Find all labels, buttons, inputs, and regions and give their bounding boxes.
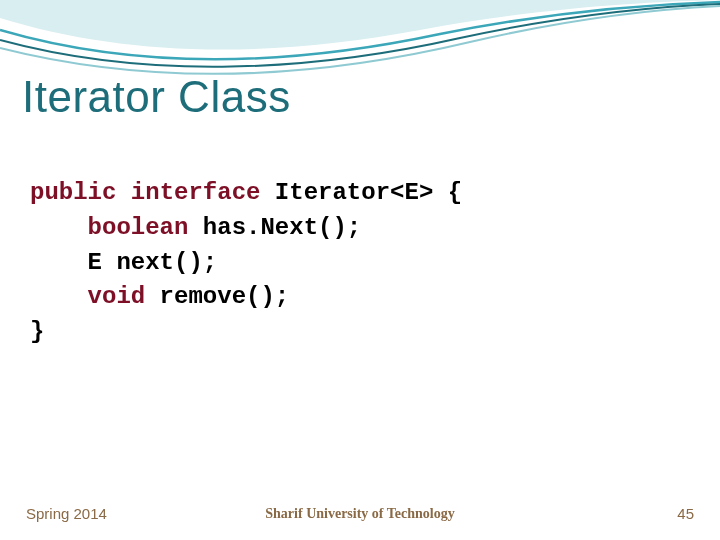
footer-date: Spring 2014 <box>26 505 107 522</box>
keyword-interface: interface <box>131 179 261 206</box>
close-brace: } <box>30 318 44 345</box>
indent <box>30 214 88 241</box>
decl-tail: Iterator<E> { <box>260 179 462 206</box>
indent <box>30 283 88 310</box>
keyword-void: void <box>88 283 146 310</box>
next-line: E next(); <box>88 249 218 276</box>
keyword-boolean: boolean <box>88 214 189 241</box>
keyword-public: public <box>30 179 116 206</box>
footer-page-number: 45 <box>677 505 694 522</box>
indent <box>30 249 88 276</box>
hasnext-tail: has.Next(); <box>188 214 361 241</box>
footer-institution: Sharif University of Technology <box>265 506 454 522</box>
code-block: public interface Iterator<E> { boolean h… <box>30 176 462 350</box>
remove-tail: remove(); <box>145 283 289 310</box>
page-title: Iterator Class <box>22 72 291 122</box>
